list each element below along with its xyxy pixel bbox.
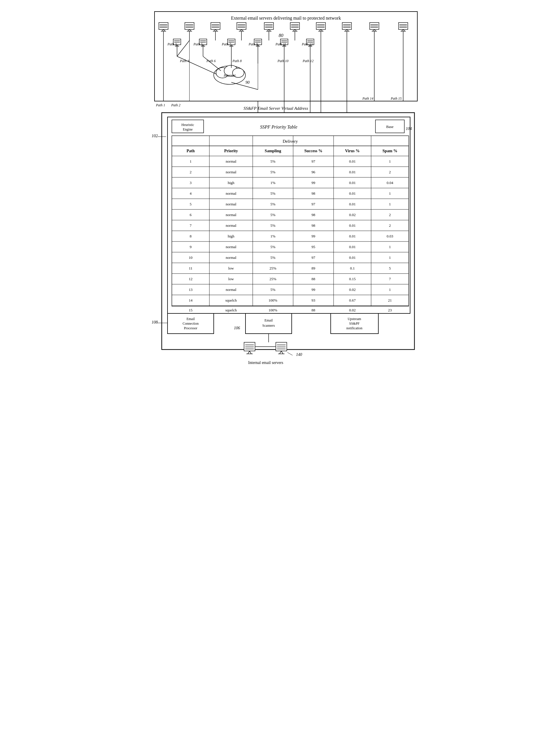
row1-path: 1	[189, 159, 191, 163]
row5-sampling: 5%	[270, 202, 275, 206]
row7-virus: 0.01	[349, 223, 355, 228]
ref-102: 102	[152, 134, 158, 138]
row9-path: 9	[189, 245, 191, 249]
ref-140: 140	[296, 353, 302, 357]
row4-virus: 0.01	[349, 191, 355, 196]
row15-sampling: 100%	[268, 308, 277, 312]
path7-label: Path 7	[221, 42, 231, 46]
row8-sampling: 1%	[270, 234, 275, 238]
path5-label: Path 5	[193, 42, 203, 46]
row10-priority: normal	[225, 255, 236, 260]
row11-sampling: 25%	[269, 266, 276, 271]
row12-path: 12	[189, 277, 192, 281]
path3-label: Path 3	[167, 42, 177, 46]
path10-label: Path 10	[277, 59, 289, 63]
col-sampling: Sampling	[265, 149, 281, 153]
upstream-label3: notification	[346, 326, 362, 330]
row13-success: 99	[311, 287, 315, 292]
row2-priority: normal	[225, 170, 236, 174]
path15-label: Path 15	[391, 97, 402, 101]
row12-priority: low	[228, 277, 234, 281]
row14-sampling: 100%	[268, 298, 277, 303]
path12-label: Path 12	[302, 59, 314, 63]
row2-success: 96	[311, 170, 315, 174]
row3-priority: high	[228, 181, 235, 185]
row1-spam: 1	[389, 159, 391, 163]
col-success: Success %	[304, 149, 322, 153]
row11-path: 11	[189, 266, 192, 271]
heuristic-engine-label2: Engine	[183, 127, 193, 131]
ref-90: 90	[245, 80, 249, 85]
row9-priority: normal	[225, 245, 236, 249]
email-scanners-label2: Scanners	[262, 324, 275, 328]
row8-path: 8	[189, 234, 191, 238]
row14-spam: 21	[388, 298, 392, 303]
row10-spam: 1	[389, 255, 391, 260]
row3-spam: 0.04	[386, 181, 393, 185]
row13-sampling: 5%	[270, 287, 275, 292]
row15-success: 88	[311, 308, 315, 312]
row15-spam: 23	[388, 308, 392, 312]
virtual-address-label: SS&FP Email Server Virtual Address	[243, 106, 308, 111]
row6-sampling: 5%	[270, 213, 275, 217]
row6-priority: normal	[225, 213, 236, 217]
internet-label: Internet	[223, 73, 236, 77]
row1-sampling: 5%	[270, 159, 275, 163]
row11-spam: 5	[389, 266, 391, 271]
sspf-title: SSPF Priority Table	[260, 125, 297, 130]
row15-priority: squelch	[225, 308, 237, 312]
row4-spam: 1	[389, 191, 391, 196]
svg-line-195	[287, 353, 293, 355]
base-label: Base	[386, 125, 394, 129]
top-box-title: External email servers delivering mail t…	[231, 16, 341, 21]
row1-success: 97	[311, 159, 315, 163]
email-connection-processor-label: Email	[186, 317, 195, 321]
path1-label: Path 1	[156, 103, 165, 107]
heuristic-engine-label: Heuristic	[181, 123, 194, 127]
row9-spam: 1	[389, 245, 391, 249]
row7-sampling: 5%	[270, 223, 275, 228]
svg-rect-180	[244, 342, 255, 351]
row2-virus: 0.01	[349, 170, 355, 174]
col-spam: Spam %	[382, 149, 397, 153]
row3-path: 3	[189, 181, 191, 185]
svg-line-185	[249, 351, 251, 354]
row6-virus: 0.02	[349, 213, 355, 217]
row3-sampling: 1%	[270, 181, 275, 185]
ref-108: 108	[152, 320, 158, 325]
row10-sampling: 5%	[270, 255, 275, 260]
row4-sampling: 5%	[270, 191, 275, 196]
row3-virus: 0.01	[349, 181, 355, 185]
path2-label: Path 2	[171, 103, 181, 107]
row13-spam: 1	[389, 287, 391, 292]
row13-path: 13	[189, 287, 192, 292]
row9-success: 95	[311, 245, 315, 249]
row2-spam: 2	[389, 170, 391, 174]
row4-path: 4	[189, 191, 191, 196]
row14-path: 14	[189, 298, 193, 303]
col-path: Path	[187, 149, 195, 153]
col-priority: Priority	[224, 149, 238, 153]
internal-server-right	[276, 342, 287, 354]
row6-spam: 2	[389, 213, 391, 217]
row12-spam: 7	[389, 277, 391, 281]
ref-104: 104	[406, 127, 412, 131]
email-connection-processor-label3: Processor	[184, 326, 197, 330]
email-connection-processor-label2: Connection	[183, 321, 198, 326]
row11-priority: low	[228, 266, 234, 271]
row10-success: 97	[311, 255, 315, 260]
row13-virus: 0.02	[349, 287, 355, 292]
path11-label: Path 11	[275, 42, 286, 46]
row6-success: 98	[311, 213, 315, 217]
path8-label: Path 8	[232, 59, 242, 63]
row5-virus: 0.01	[349, 202, 355, 206]
row2-path: 2	[189, 170, 191, 174]
row3-success: 99	[311, 181, 315, 185]
ref-80: 80	[279, 33, 283, 38]
row1-virus: 0.01	[349, 159, 355, 163]
row11-virus: 0.1	[350, 266, 354, 271]
row4-priority: normal	[225, 191, 236, 196]
internal-server-left	[244, 342, 255, 354]
path13-label: Path 13	[301, 42, 313, 46]
row5-priority: normal	[225, 202, 236, 206]
